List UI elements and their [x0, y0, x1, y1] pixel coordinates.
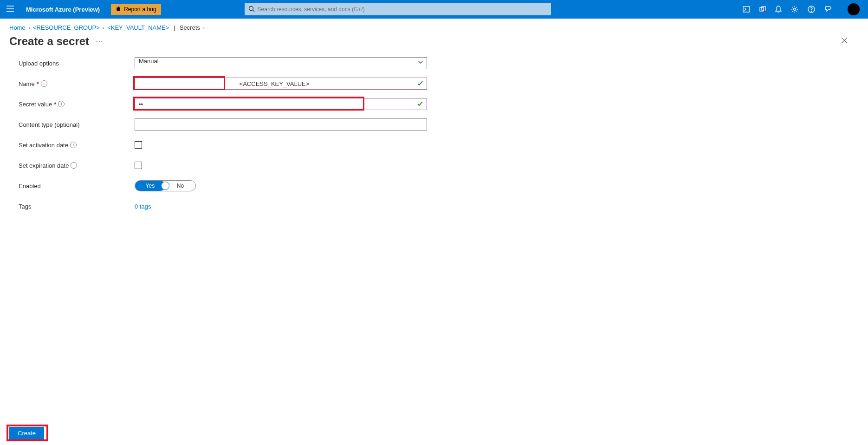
svg-line-5: [117, 7, 117, 8]
menu-icon[interactable]: [0, 6, 20, 13]
svg-line-6: [119, 7, 120, 8]
top-header: Microsoft Azure (Preview) Report a bug: [0, 0, 868, 19]
title-row: Create a secret ⋯: [0, 33, 868, 52]
check-icon: [417, 80, 423, 88]
report-bug-button[interactable]: Report a bug: [111, 4, 161, 15]
content-type-input[interactable]: [135, 118, 427, 131]
settings-icon[interactable]: [791, 6, 798, 13]
enabled-label: Enabled: [19, 183, 135, 190]
search-icon: [248, 6, 255, 13]
breadcrumb: Home › <RESOURCE_GROUP> › <KEY_VAULT_NAM…: [0, 19, 868, 33]
info-icon[interactable]: i: [58, 101, 65, 107]
tags-link[interactable]: 0 tags: [135, 203, 151, 210]
expiration-date-checkbox[interactable]: [135, 162, 142, 169]
secret-value-label: Secret value: [19, 101, 52, 108]
bug-icon: [116, 6, 121, 13]
info-icon[interactable]: i: [41, 80, 47, 87]
cloudshell-icon[interactable]: [743, 6, 750, 13]
check-icon: [417, 100, 423, 108]
svg-rect-9: [743, 7, 750, 12]
tags-label: Tags: [19, 203, 135, 210]
chevron-right-icon: ›: [103, 24, 104, 31]
content-type-label: Content type (optional): [19, 121, 135, 128]
info-icon[interactable]: i: [71, 162, 77, 169]
svg-point-14: [794, 8, 796, 11]
search-input[interactable]: [245, 3, 551, 15]
footer: Create: [0, 421, 868, 445]
page-title: Create a secret: [9, 35, 89, 48]
enabled-toggle[interactable]: Yes No: [135, 180, 196, 191]
upload-options-select[interactable]: Manual: [135, 57, 427, 69]
svg-point-3: [117, 7, 120, 11]
upload-options-label: Upload options: [19, 60, 135, 67]
activation-date-label: Set activation date: [19, 142, 68, 149]
breadcrumb-home[interactable]: Home: [9, 24, 26, 31]
svg-point-7: [249, 7, 253, 11]
svg-point-16: [811, 11, 811, 11]
feedback-icon[interactable]: [824, 6, 832, 13]
notifications-icon[interactable]: [775, 6, 782, 13]
name-input[interactable]: [135, 78, 427, 90]
expiration-date-label: Set expiration date: [19, 162, 69, 169]
directories-icon[interactable]: [759, 6, 766, 13]
avatar[interactable]: [848, 3, 860, 15]
secret-value-input[interactable]: [135, 98, 427, 110]
chevron-right-icon: ›: [28, 24, 30, 31]
required-icon: *: [54, 101, 56, 108]
toggle-no: No: [165, 181, 195, 191]
header-icons: [743, 3, 868, 15]
toggle-yes: Yes: [135, 181, 165, 191]
help-icon[interactable]: [808, 6, 815, 13]
report-bug-label: Report a bug: [124, 6, 156, 13]
svg-line-8: [253, 10, 254, 12]
chevron-right-icon: ›: [203, 24, 205, 31]
breadcrumb-secrets: Secrets: [180, 24, 200, 31]
breadcrumb-rg[interactable]: <RESOURCE_GROUP>: [33, 24, 100, 31]
close-icon[interactable]: [841, 37, 848, 46]
name-label: Name: [19, 80, 35, 87]
activation-date-checkbox[interactable]: [135, 141, 142, 149]
more-icon[interactable]: ⋯: [96, 37, 103, 46]
brand-label[interactable]: Microsoft Azure (Preview): [20, 6, 105, 13]
breadcrumb-kv[interactable]: <KEY_VAULT_NAME>: [107, 24, 169, 31]
form: Upload options Manual Name * i Secret va…: [0, 52, 868, 212]
svg-point-12: [764, 10, 765, 12]
create-button[interactable]: Create: [9, 427, 44, 439]
search-container: [245, 3, 551, 15]
info-icon[interactable]: i: [70, 142, 77, 148]
required-icon: *: [37, 80, 39, 87]
